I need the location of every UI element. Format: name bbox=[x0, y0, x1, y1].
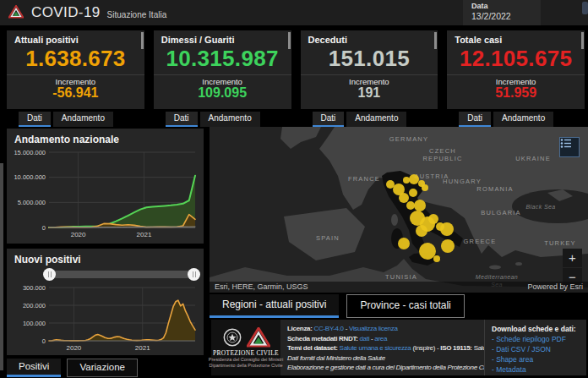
slider-handle-left[interactable] bbox=[43, 268, 56, 281]
card-col-guariti: Dimessi / Guariti 10.315.987 Incremento … bbox=[154, 30, 291, 127]
svg-text:SPAIN: SPAIN bbox=[316, 234, 340, 242]
card-tabs: Dati Andamento bbox=[166, 112, 291, 127]
tab-regioni-attuali-positivi[interactable]: Regioni - attuali positivi bbox=[210, 294, 339, 318]
slider-handle-right[interactable] bbox=[188, 268, 200, 281]
footer-link[interactable]: Salute umana e sicurezza bbox=[340, 344, 411, 352]
card-tabs: Dati Andamento bbox=[459, 112, 585, 127]
nuovi-positivi-tabs: Positivi Variazione bbox=[7, 359, 138, 377]
svg-text:HUNGARY: HUNGARY bbox=[443, 178, 482, 185]
card-tabs: Dati Andamento bbox=[313, 112, 438, 127]
svg-text:10.000.000: 10.000.000 bbox=[14, 173, 46, 181]
card-dimessi-guariti: Dimessi / Guariti 10.315.987 Incremento … bbox=[154, 30, 291, 109]
svg-text:2021: 2021 bbox=[135, 344, 150, 352]
increment-value: 191 bbox=[301, 85, 438, 101]
license-line: Scheda metadati RNDT: dati - area bbox=[287, 334, 477, 344]
svg-text:CZECH: CZECH bbox=[429, 147, 456, 155]
map-view-tabs: Regioni - attuali positivi Province - ca… bbox=[210, 294, 465, 318]
map-canvas: GERMANYCZECHREPUBLICUKRAINEFRANCEAUSTRIA… bbox=[210, 127, 588, 293]
divider bbox=[301, 74, 438, 75]
svg-text:0: 0 bbox=[42, 337, 46, 345]
header: COVID-19 Situazione Italia Data 13/2/202… bbox=[0, 0, 588, 25]
svg-text:2020: 2020 bbox=[71, 231, 86, 238]
tab-dati[interactable]: Dati bbox=[313, 112, 345, 127]
tab-andamento[interactable]: Andamento bbox=[200, 112, 260, 127]
card-value: 151.015 bbox=[301, 46, 438, 72]
license-line: Licenza: CC-BY-4.0 - Visualizza licenza bbox=[287, 324, 477, 334]
org-subtitle-2: Dipartimento della Protezione Civile bbox=[209, 363, 282, 369]
date-box: Data 13/2/2022 bbox=[463, 0, 541, 25]
svg-text:ROMANIA: ROMANIA bbox=[476, 185, 513, 193]
stat-cards: Attuali positivi 1.638.673 Incremento -5… bbox=[7, 30, 585, 127]
card-scrollbar[interactable] bbox=[141, 32, 144, 49]
card-value: 12.105.675 bbox=[447, 46, 585, 72]
tab-dati[interactable]: Dati bbox=[459, 112, 491, 127]
nuovi-positivi-chart: 300.000200.000100.000020202021 bbox=[10, 282, 200, 353]
downloads-title: Download schede e dati: bbox=[492, 324, 580, 334]
card-attuali-positivi: Attuali positivi 1.638.673 Incremento -5… bbox=[7, 30, 144, 109]
increment-value: 51.959 bbox=[447, 85, 585, 101]
download-link[interactable]: - Dati CSV / JSON bbox=[492, 344, 580, 354]
divider bbox=[154, 74, 291, 75]
slider-track[interactable] bbox=[49, 271, 194, 278]
protezione-civile-block: PROTEZIONE CIVILE Presidenza del Consigl… bbox=[211, 320, 280, 375]
svg-text:Black Sea: Black Sea bbox=[525, 204, 555, 210]
card-title: Attuali positivi bbox=[7, 30, 144, 45]
card-col-attuali: Attuali positivi 1.638.673 Incremento -5… bbox=[7, 30, 144, 127]
card-scrollbar[interactable] bbox=[581, 32, 584, 49]
vertical-scrollbar[interactable] bbox=[0, 163, 3, 370]
svg-text:GREECE: GREECE bbox=[464, 238, 497, 245]
svg-text:UKRAINE: UKRAINE bbox=[515, 155, 551, 162]
attribution-esri: Powered by Esri bbox=[527, 282, 583, 293]
license-info: Licenza: CC-BY-4.0 - Visualizza licenzaS… bbox=[280, 320, 485, 375]
svg-text:5.000.000: 5.000.000 bbox=[18, 199, 46, 206]
tab-variazione[interactable]: Variazione bbox=[67, 359, 138, 377]
legend-button[interactable] bbox=[559, 137, 580, 157]
svg-text:2021: 2021 bbox=[137, 231, 152, 238]
protezione-civile-logo-icon bbox=[8, 5, 24, 22]
license-line: Elaborazione e gestione dati a cura del … bbox=[287, 363, 477, 373]
card-value: 10.315.987 bbox=[154, 46, 291, 72]
svg-text:Mediterranean: Mediterranean bbox=[476, 274, 518, 280]
panel-title: Andamento nazionale bbox=[7, 129, 204, 145]
download-link[interactable]: - Schede riepilogo PDF bbox=[492, 334, 580, 344]
tab-dati[interactable]: Dati bbox=[19, 112, 51, 127]
card-tabs: Dati Andamento bbox=[19, 112, 144, 127]
tab-province-casi-totali[interactable]: Province - casi totali bbox=[346, 294, 464, 318]
footer-link[interactable]: area bbox=[374, 335, 387, 342]
card-title: Dimessi / Guariti bbox=[154, 30, 291, 45]
tab-andamento[interactable]: Andamento bbox=[346, 112, 406, 127]
app-title: COVID-19 bbox=[31, 4, 101, 21]
downloads-list: - Schede riepilogo PDF- Dati CSV / JSON-… bbox=[492, 334, 580, 375]
org-name: PROTEZIONE CIVILE bbox=[213, 349, 279, 357]
increment-value: 109.095 bbox=[154, 85, 291, 101]
svg-text:300.000: 300.000 bbox=[23, 284, 46, 292]
footer-link[interactable]: Visualizza licenza bbox=[349, 325, 398, 332]
license-line: Dati forniti dal Ministero della Salute bbox=[287, 353, 477, 364]
footer: PROTEZIONE CIVILE Presidenza del Consigl… bbox=[211, 320, 586, 375]
header-edge-widget[interactable] bbox=[582, 2, 588, 14]
download-link[interactable]: - Metadata bbox=[492, 364, 580, 375]
date-label: Data bbox=[471, 2, 532, 11]
tab-andamento[interactable]: Andamento bbox=[493, 112, 553, 127]
card-value: 1.638.673 bbox=[7, 46, 144, 72]
card-col-deceduti: Deceduti 151.015 Incremento 191 Dati And… bbox=[301, 30, 438, 127]
tab-dati[interactable]: Dati bbox=[166, 112, 198, 127]
downloads-panel: Download schede e dati: - Schede riepilo… bbox=[485, 320, 586, 375]
zoom-in-button[interactable]: + bbox=[563, 249, 582, 267]
divider bbox=[447, 74, 585, 75]
svg-text:TUNISIA: TUNISIA bbox=[385, 273, 417, 281]
tab-andamento[interactable]: Andamento bbox=[53, 112, 113, 127]
download-link[interactable]: - Shape area bbox=[492, 354, 580, 364]
footer-link[interactable]: CC-BY-4.0 bbox=[314, 325, 344, 332]
footer-link[interactable]: dati bbox=[359, 335, 369, 342]
andamento-nazionale-chart: 15.000.00010.000.0005.000.000020202021 bbox=[10, 147, 200, 240]
tab-positivi[interactable]: Positivi bbox=[7, 359, 61, 377]
card-scrollbar[interactable] bbox=[434, 32, 437, 49]
card-deceduti: Deceduti 151.015 Incremento 191 bbox=[301, 30, 438, 109]
svg-text:FRANCE: FRANCE bbox=[348, 175, 380, 183]
europe-map[interactable]: GERMANYCZECHREPUBLICUKRAINEFRANCEAUSTRIA… bbox=[210, 127, 588, 293]
card-scrollbar[interactable] bbox=[288, 32, 291, 49]
license-line: Temi del dataset: Salute umana e sicurez… bbox=[287, 343, 477, 353]
app-subtitle: Situazione Italia bbox=[107, 6, 167, 19]
svg-text:2020: 2020 bbox=[67, 344, 82, 352]
